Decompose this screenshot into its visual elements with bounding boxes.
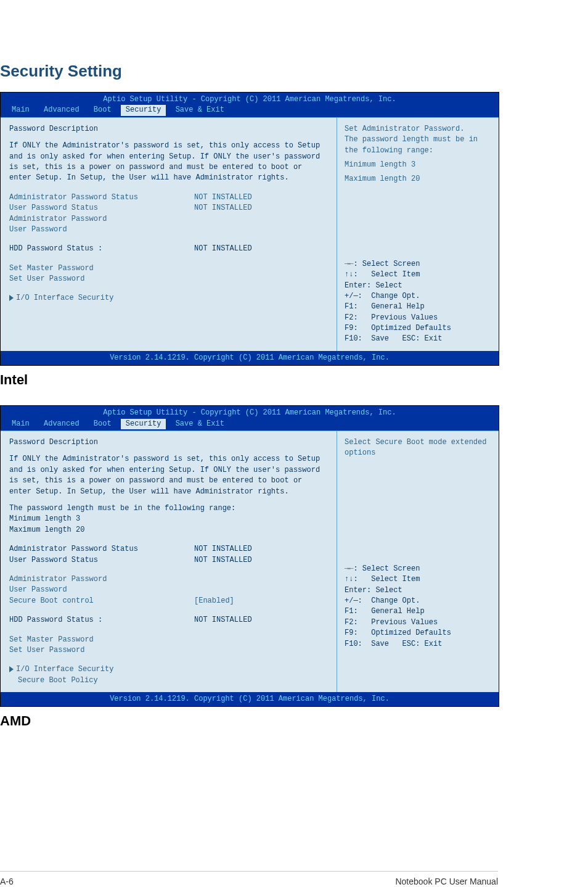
admin-pw-status-value: NOT INSTALLED — [194, 544, 252, 555]
administrator-password-item[interactable]: Administrator Password — [9, 574, 328, 585]
tab-main[interactable]: Main — [7, 419, 35, 429]
key-help-line: +/—: Change Opt. — [345, 291, 491, 302]
key-help-line: F2: Previous Values — [345, 313, 491, 323]
key-help-line: ↑↓: Select Item — [345, 574, 491, 585]
bios-tabs: Main Advanced Boot Security Save & Exit — [1, 105, 499, 117]
bios-tabs: Main Advanced Boot Security Save & Exit — [1, 419, 499, 431]
user-password-item[interactable]: User Password — [9, 585, 328, 595]
bios-title: Aptio Setup Utility - Copyright (C) 2011… — [1, 406, 499, 418]
bios-amd: Aptio Setup Utility - Copyright (C) 2011… — [0, 405, 499, 707]
key-help-line: F1: General Help — [345, 302, 491, 312]
tab-save-exit[interactable]: Save & Exit — [171, 105, 229, 115]
set-user-password-item[interactable]: Set User Password — [9, 274, 328, 284]
bios-intel: Aptio Setup Utility - Copyright (C) 2011… — [0, 92, 499, 366]
set-master-password-item[interactable]: Set Master Password — [9, 635, 328, 645]
tab-boot[interactable]: Boot — [89, 105, 116, 115]
key-help-line: ↑↓: Select Item — [345, 270, 491, 280]
user-pw-status-label: User Password Status — [9, 203, 194, 213]
key-help: →←: Select Screen ↑↓: Select Item Enter:… — [345, 259, 491, 345]
tab-save-exit[interactable]: Save & Exit — [171, 419, 229, 429]
tab-security[interactable]: Security — [121, 419, 166, 429]
key-help-line: →←: Select Screen — [345, 564, 491, 574]
key-help-line: F9: Optimized Defaults — [345, 628, 491, 638]
tab-main[interactable]: Main — [7, 105, 35, 115]
io-interface-security-item[interactable]: I/O Interface Security — [9, 293, 328, 303]
bios-version: Version 2.14.1219. Copyright (C) 2011 Am… — [1, 351, 499, 365]
hdd-password-status-value: NOT INSTALLED — [194, 244, 252, 254]
tab-advanced[interactable]: Advanced — [39, 105, 84, 115]
hdd-password-status-label: HDD Password Status : — [9, 244, 194, 254]
help-line: Maximum length 20 — [345, 174, 491, 184]
tab-boot[interactable]: Boot — [89, 419, 116, 429]
help-line: The password length must be in the follo… — [345, 134, 491, 156]
help-line: Select Secure Boot mode extended options — [345, 437, 491, 459]
hdd-password-status-label: HDD Password Status : — [9, 615, 194, 625]
administrator-password-item[interactable]: Administrator Password — [9, 214, 328, 225]
password-description-heading: Password Description — [9, 124, 328, 134]
amd-heading: AMD — [0, 713, 588, 729]
user-pw-status-value: NOT INSTALLED — [194, 203, 252, 213]
key-help-line: Enter: Select — [345, 281, 491, 291]
page-number: A-6 — [0, 877, 14, 886]
help-line: Set Administrator Password. — [345, 124, 491, 134]
tab-advanced[interactable]: Advanced — [39, 419, 84, 429]
manual-title: Notebook PC User Manual — [395, 877, 498, 886]
key-help-line: Enter: Select — [345, 585, 491, 596]
key-help-line: F10: Save ESC: Exit — [345, 639, 491, 650]
password-description-text: If ONLY the Administrator's password is … — [9, 141, 328, 184]
key-help-line: →←: Select Screen — [345, 259, 491, 270]
admin-pw-status-label: Administrator Password Status — [9, 544, 194, 555]
section-title: Security Setting — [0, 62, 588, 81]
admin-pw-status-value: NOT INSTALLED — [194, 192, 252, 203]
secure-boot-policy-item[interactable]: Secure Boot Policy — [9, 675, 328, 686]
password-description-text: If ONLY the Administrator's password is … — [9, 454, 328, 497]
user-pw-status-value: NOT INSTALLED — [194, 555, 252, 566]
bios-title: Aptio Setup Utility - Copyright (C) 2011… — [1, 93, 499, 105]
key-help-line: F10: Save ESC: Exit — [345, 334, 491, 344]
max-length: Maximum length 20 — [9, 525, 328, 535]
secure-boot-control-value: [Enabled] — [194, 596, 234, 606]
user-password-item[interactable]: User Password — [9, 225, 328, 235]
user-pw-status-label: User Password Status — [9, 555, 194, 566]
admin-pw-status-label: Administrator Password Status — [9, 192, 194, 203]
min-length: Minimum length 3 — [9, 514, 328, 524]
submenu-arrow-icon — [9, 295, 14, 301]
key-help-line: F2: Previous Values — [345, 617, 491, 628]
key-help-line: +/—: Change Opt. — [345, 596, 491, 606]
tab-security[interactable]: Security — [121, 105, 166, 115]
bios-version: Version 2.14.1219. Copyright (C) 2011 Am… — [1, 692, 499, 706]
help-line: Minimum length 3 — [345, 160, 491, 170]
key-help: →←: Select Screen ↑↓: Select Item Enter:… — [345, 564, 491, 650]
page-footer: A-6 Notebook PC User Manual — [0, 871, 498, 886]
intel-heading: Intel — [0, 372, 588, 388]
key-help-line: F9: Optimized Defaults — [345, 323, 491, 334]
set-user-password-item[interactable]: Set User Password — [9, 645, 328, 656]
secure-boot-control-label[interactable]: Secure Boot control — [9, 596, 194, 606]
set-master-password-item[interactable]: Set Master Password — [9, 263, 328, 274]
password-description-heading: Password Description — [9, 437, 328, 448]
submenu-arrow-icon — [9, 666, 14, 672]
password-length-text: The password length must be in the follo… — [9, 503, 328, 514]
hdd-password-status-value: NOT INSTALLED — [194, 615, 252, 625]
key-help-line: F1: General Help — [345, 606, 491, 617]
io-interface-security-item[interactable]: I/O Interface Security — [9, 664, 328, 675]
